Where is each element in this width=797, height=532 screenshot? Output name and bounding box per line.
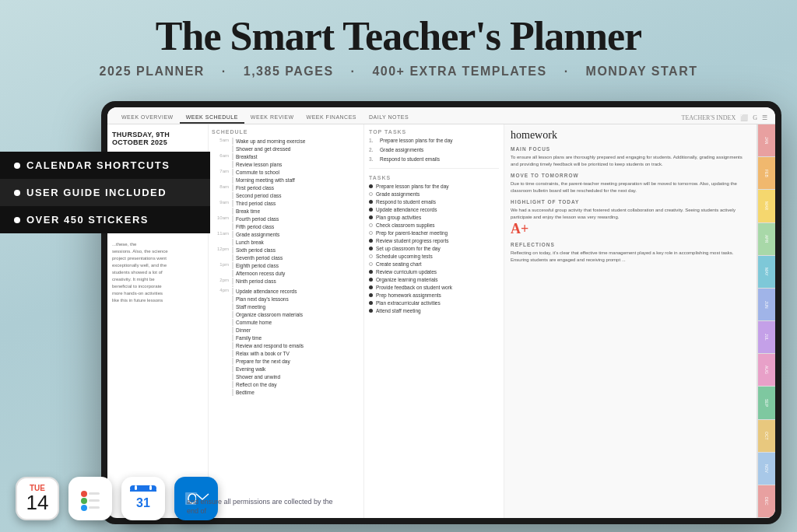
task-item[interactable]: Attend staff meeting	[369, 308, 499, 313]
schedule-text: Grade assignments	[232, 231, 360, 238]
time-label: 8am	[212, 184, 229, 191]
task-item[interactable]: Prep homework assignments	[369, 292, 499, 298]
svg-rect-1	[89, 492, 100, 495]
task-bullet	[369, 270, 373, 274]
task-item[interactable]: Provide feedback on student work	[369, 285, 499, 290]
schedule-text: Sixth period class	[232, 247, 360, 254]
month-tab-aug[interactable]: AUG	[758, 354, 775, 387]
schedule-text: Second period class	[232, 192, 360, 199]
schedule-item: 8amFirst period class	[212, 184, 360, 191]
task-item[interactable]: Update attendance records	[369, 207, 499, 212]
calendar-app-icon[interactable]: TUE 14	[16, 477, 59, 520]
task-item[interactable]: Grade assignments	[369, 191, 499, 197]
month-tab-jun[interactable]: JUN	[758, 289, 775, 321]
tasks-column: TOP TASKS 1.Prepare lesson plans for the…	[364, 124, 504, 518]
schedule-item: Shower and get dressed	[212, 145, 360, 152]
time-label: 1pm	[212, 262, 229, 269]
task-item[interactable]: Check classroom supplies	[369, 222, 499, 228]
planner-nav: WEEK OVERVIEW WEEK SCHEDULE WEEK REVIEW …	[107, 107, 775, 124]
task-item[interactable]: Review student progress reports	[369, 238, 499, 243]
task-text: Grade assignments	[376, 191, 420, 197]
schedule-item	[212, 285, 360, 287]
time-label	[212, 296, 229, 303]
task-bullet	[369, 293, 373, 297]
task-item[interactable]: Prepare lesson plans for the day	[369, 184, 499, 189]
task-bullet	[369, 262, 373, 266]
task-bullet	[369, 301, 373, 305]
time-label	[212, 327, 229, 334]
month-tab-may[interactable]: MAY	[758, 256, 775, 289]
time-label	[212, 208, 229, 215]
subtitle-part-1: 2025 PLANNER	[100, 65, 205, 78]
month-tab-nov[interactable]: NOV	[758, 453, 775, 485]
badge-stickers[interactable]: OVER 450 STICKERS	[0, 206, 210, 233]
badge-icon-2	[14, 190, 20, 196]
task-item[interactable]: Set up classroom for the day	[369, 246, 499, 251]
badge-calendar-shortcuts[interactable]: CALENDAR SHORTCUTS	[0, 152, 210, 179]
schedule-item: Commute home	[212, 319, 360, 326]
schedule-item: 5amWake up and morning exercise	[212, 138, 360, 145]
month-tab-oct[interactable]: OCT	[758, 420, 775, 453]
page-title: The Smart Teacher's Planner	[0, 14, 797, 58]
task-item[interactable]: Create seating chart	[369, 261, 499, 267]
main-focus-label: MAIN FOCUS	[511, 146, 750, 152]
schedule-text: Bedtime	[232, 389, 360, 396]
schedule-item: Seventh period class	[212, 254, 360, 261]
month-tab-jan[interactable]: JAN	[758, 124, 775, 157]
schedule-item: Lunch break	[212, 239, 360, 246]
task-item[interactable]: Respond to student emails	[369, 199, 499, 205]
reminders-icon-wrap	[68, 477, 112, 520]
time-label: 5am	[212, 138, 229, 145]
gcal-app-icon[interactable]: 31	[121, 477, 165, 520]
schedule-label: SCHEDULE	[212, 129, 360, 135]
task-bullet	[369, 254, 373, 258]
time-label	[212, 342, 229, 349]
calendar-day-num: 14	[26, 492, 49, 513]
time-label: 2pm	[212, 278, 229, 285]
svg-text:31: 31	[136, 496, 150, 509]
month-tab-apr[interactable]: APR	[758, 223, 775, 256]
schedule-text: Ninth period class	[232, 278, 360, 285]
tab-week-schedule[interactable]: WEEK SCHEDULE	[180, 112, 244, 124]
month-tab-mar[interactable]: MAR	[758, 190, 775, 222]
task-bullet	[369, 184, 373, 188]
schedule-text: Prepare for the next day	[232, 358, 360, 365]
schedule-item: 7amCommute to school	[212, 169, 360, 176]
tab-daily-notes[interactable]: DAILY NOTES	[363, 112, 415, 124]
feature-badges: CALENDAR SHORTCUTS USER GUIDE INCLUDED O…	[0, 152, 210, 233]
task-item[interactable]: Prep for parent-teacher meeting	[369, 230, 499, 236]
tab-week-finances[interactable]: WEEK FINANCES	[300, 112, 363, 124]
time-label	[212, 303, 229, 310]
month-tab-jul[interactable]: JUL	[758, 321, 775, 354]
schedule-item: Reflect on the day	[212, 381, 360, 388]
time-label: 10am	[212, 215, 229, 222]
tab-week-overview[interactable]: WEEK OVERVIEW	[115, 112, 180, 124]
task-item[interactable]: Review curriculum updates	[369, 269, 499, 275]
month-tab-sep[interactable]: SEP	[758, 387, 775, 419]
time-label	[212, 270, 229, 277]
task-item[interactable]: Schedule upcoming tests	[369, 254, 499, 259]
task-item[interactable]: Plan group activities	[369, 215, 499, 220]
task-item[interactable]: Organize learning materials	[369, 277, 499, 282]
task-text: Update attendance records	[376, 207, 437, 212]
schedule-text: Seventh period class	[232, 254, 360, 261]
month-tab-dec[interactable]: DEC	[758, 485, 775, 518]
task-bullet	[369, 231, 373, 235]
time-label	[212, 285, 229, 287]
task-item[interactable]: Plan extracurricular activities	[369, 300, 499, 306]
tab-week-review[interactable]: WEEK REVIEW	[244, 112, 300, 124]
reminders-app-icon[interactable]	[68, 477, 112, 520]
time-label	[212, 177, 229, 184]
teacher-index-label: TEACHER'S INDEX	[682, 114, 736, 121]
time-label	[212, 358, 229, 365]
reminders-svg	[78, 486, 103, 511]
schedule-item: Prepare for the next day	[212, 358, 360, 365]
schedule-item: 2pmNinth period class	[212, 278, 360, 285]
badge-user-guide[interactable]: USER GUIDE INCLUDED	[0, 179, 210, 206]
schedule-text: Review and respond to emails	[232, 342, 360, 349]
schedule-item: Family time	[212, 334, 360, 341]
gcal-icon-wrap: 31	[121, 477, 165, 520]
top-tasks-label: TOP TASKS	[369, 129, 499, 135]
task-bullet	[369, 215, 373, 219]
month-tab-feb[interactable]: FEB	[758, 157, 775, 190]
